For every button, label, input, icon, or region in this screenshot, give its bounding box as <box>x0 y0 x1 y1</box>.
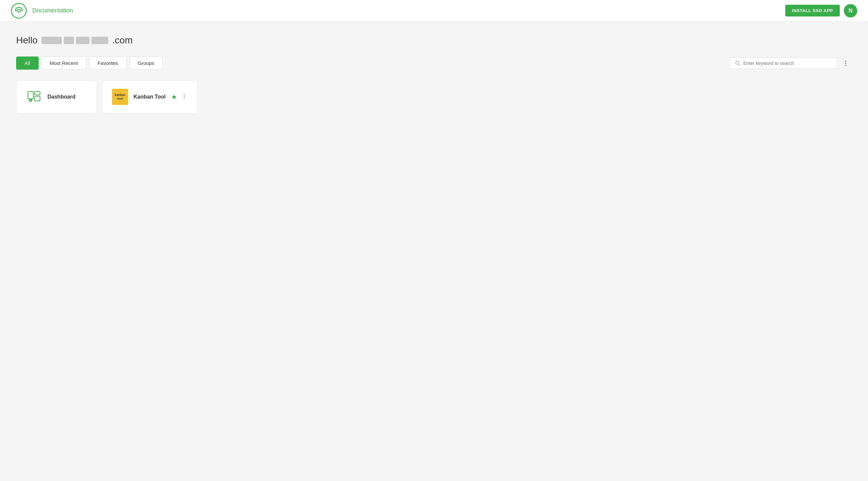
search-area <box>730 57 852 69</box>
navbar-right: INSTALL SSO APP N <box>785 4 857 18</box>
kanban-tool-actions: ★ <box>171 92 188 101</box>
hello-greeting: Hello <box>16 35 38 46</box>
navbar-left: Documentation <box>11 3 73 19</box>
more-options-button[interactable] <box>840 57 852 69</box>
logo-icon[interactable] <box>11 3 27 19</box>
apps-grid: Dashboard kanbantool Kanban Tool ★ <box>16 80 852 113</box>
install-sso-button[interactable]: INSTALL SSO APP <box>785 5 840 17</box>
search-input[interactable] <box>743 61 831 66</box>
redact-block-2 <box>64 37 74 44</box>
hello-redacted-name <box>42 37 108 44</box>
svg-rect-7 <box>35 91 40 95</box>
vertical-dots-icon <box>842 60 849 67</box>
dashboard-icon-wrapper <box>26 89 42 105</box>
vertical-dots-small-icon <box>181 93 187 99</box>
dashboard-app-name: Dashboard <box>48 94 75 100</box>
svg-line-2 <box>739 64 740 65</box>
svg-rect-8 <box>35 96 40 101</box>
hello-domain: .com <box>112 35 133 46</box>
tab-most-recent[interactable]: Most Recent <box>41 57 86 70</box>
search-box <box>730 58 837 69</box>
dashboard-icon <box>26 89 42 105</box>
redact-block-1 <box>42 37 62 44</box>
nav-title: Documentation <box>32 7 73 14</box>
kanban-icon: kanbantool <box>112 89 128 105</box>
tab-groups[interactable]: Groups <box>129 57 163 70</box>
redact-block-3 <box>76 37 89 44</box>
app-card-dashboard[interactable]: Dashboard <box>16 80 97 113</box>
kanban-more-options-button[interactable] <box>181 92 188 101</box>
tab-favorites[interactable]: Favorites <box>89 57 127 70</box>
svg-point-12 <box>184 97 185 98</box>
svg-rect-6 <box>28 91 33 99</box>
svg-point-3 <box>845 61 846 62</box>
filter-tabs: All Most Recent Favorites Groups <box>16 57 163 70</box>
svg-point-5 <box>845 65 846 66</box>
svg-point-10 <box>184 94 185 95</box>
search-icon <box>735 61 741 66</box>
kanban-icon-wrapper: kanbantool <box>112 89 128 105</box>
filter-section: All Most Recent Favorites Groups <box>16 57 852 70</box>
main-content: Hello .com All Most Recent Favorites Gro… <box>0 22 868 127</box>
favorite-star-icon[interactable]: ★ <box>171 93 177 101</box>
user-avatar[interactable]: N <box>844 4 857 18</box>
tab-all[interactable]: All <box>16 57 39 70</box>
redact-block-4 <box>91 37 108 44</box>
navbar: Documentation INSTALL SSO APP N <box>0 0 868 22</box>
svg-point-11 <box>184 95 185 96</box>
svg-point-0 <box>11 3 26 18</box>
app-card-kanban-tool[interactable]: kanbantool Kanban Tool ★ <box>102 80 198 113</box>
hello-section: Hello .com <box>16 35 852 46</box>
svg-point-4 <box>845 63 846 64</box>
kanban-tool-app-name: Kanban Tool <box>133 94 166 100</box>
